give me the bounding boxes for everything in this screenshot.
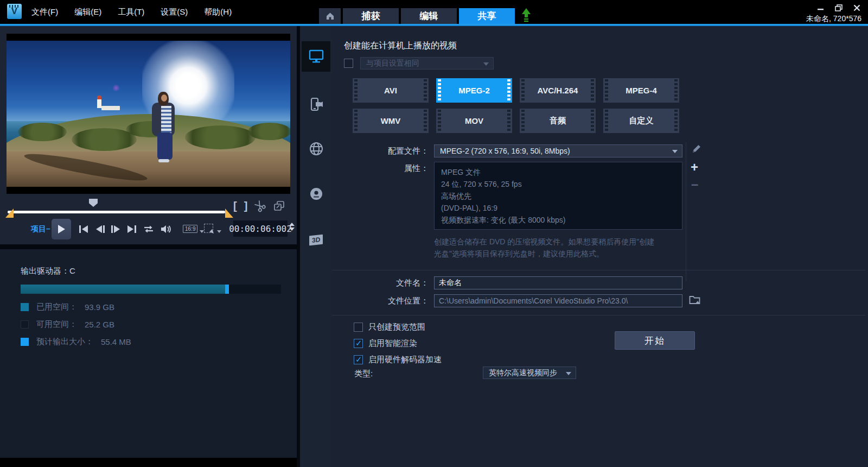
browse-folder-button[interactable] bbox=[689, 294, 701, 305]
playhead-marker[interactable] bbox=[89, 199, 98, 207]
play-icon bbox=[57, 224, 66, 234]
category-computer-button[interactable] bbox=[302, 41, 330, 72]
timecode-down-icon[interactable] bbox=[289, 228, 295, 231]
format-avi-button[interactable]: AVI bbox=[353, 78, 429, 103]
app-window: V 文件(F) 编辑(E) 工具(T) 设置(S) 帮助(H) 捕获 编辑 共享 bbox=[0, 0, 868, 467]
lighthouse-cap bbox=[97, 96, 101, 99]
globe-icon bbox=[309, 141, 324, 156]
menu-help[interactable]: 帮助(H) bbox=[204, 7, 232, 17]
menu-tools[interactable]: 工具(T) bbox=[118, 7, 144, 17]
category-web-button[interactable] bbox=[302, 134, 330, 164]
add-profile-button[interactable]: + bbox=[691, 162, 698, 173]
format-avc-h264-button[interactable]: AVC/H.264 bbox=[520, 78, 596, 103]
preview-range-checkbox[interactable] bbox=[354, 323, 363, 332]
tab-capture[interactable]: 捕获 bbox=[343, 8, 399, 24]
smart-render-label: 启用智能渲染 bbox=[368, 338, 417, 349]
category-device-button[interactable] bbox=[302, 89, 330, 119]
mark-in-button[interactable]: [ bbox=[233, 200, 237, 212]
folder-add-icon bbox=[689, 294, 701, 305]
filename-input[interactable] bbox=[434, 276, 682, 289]
drive-usage-bar bbox=[21, 285, 281, 294]
timecode-up-icon[interactable] bbox=[289, 223, 295, 226]
format-description: 创建适合储存在 DVD 的压缩视频文件。如果想要稍后再使用"创建 光盘"选项将项… bbox=[434, 236, 688, 260]
selection-tool-caret-icon[interactable] bbox=[217, 230, 221, 233]
tab-home[interactable] bbox=[319, 8, 341, 24]
go-end-button[interactable] bbox=[124, 222, 139, 237]
trim-handle-end[interactable] bbox=[225, 209, 233, 218]
menu-file[interactable]: 文件(F) bbox=[31, 7, 58, 17]
trim-track[interactable] bbox=[8, 211, 225, 213]
timecode-spinner[interactable] bbox=[289, 223, 295, 231]
tab-share[interactable]: 共享 bbox=[459, 8, 515, 24]
volume-button[interactable] bbox=[158, 222, 174, 237]
divider bbox=[332, 315, 865, 315]
menu-settings[interactable]: 设置(S) bbox=[161, 7, 188, 17]
previous-frame-button[interactable] bbox=[93, 222, 108, 237]
type-dropdown[interactable]: 英特尔高速视频同步 bbox=[483, 367, 576, 379]
chevron-down-icon bbox=[672, 150, 678, 153]
description-line: 创建适合储存在 DVD 的压缩视频文件。如果想要稍后再使用"创建 bbox=[434, 236, 688, 248]
properties-label: 属性： bbox=[332, 163, 429, 174]
same-as-project-checkbox[interactable] bbox=[344, 59, 353, 68]
format-grid: AVI MPEG-2 AVC/H.264 MPEG-4 WMV MOV 音频 自… bbox=[353, 78, 679, 133]
category-3d-button[interactable]: 3D bbox=[302, 225, 330, 255]
playback-mode-project[interactable]: 项目– bbox=[31, 224, 50, 234]
timecode-display[interactable]: 00:00:06:002 bbox=[233, 220, 288, 237]
chevron-down-icon bbox=[566, 372, 571, 375]
save-trimmed-video-icon[interactable] bbox=[273, 200, 285, 211]
video-preview bbox=[7, 34, 290, 194]
tab-edit[interactable]: 编辑 bbox=[401, 8, 457, 24]
video-bush bbox=[18, 123, 67, 141]
same-as-project-row: 与项目设置相同 bbox=[344, 57, 494, 70]
lighthouse-building bbox=[101, 106, 120, 110]
plus-icon: + bbox=[691, 162, 698, 173]
accent-line bbox=[0, 24, 868, 26]
menu-edit[interactable]: 编辑(E) bbox=[74, 7, 101, 17]
play-button[interactable] bbox=[52, 219, 71, 239]
close-icon[interactable] bbox=[853, 4, 860, 11]
aspect-caret-icon[interactable] bbox=[200, 230, 204, 233]
aspect-ratio-button[interactable]: 16:9 bbox=[183, 225, 197, 233]
filepath-input[interactable] bbox=[434, 294, 682, 307]
format-audio-button[interactable]: 音频 bbox=[520, 109, 596, 133]
format-mpeg2-button[interactable]: MPEG-2 bbox=[436, 78, 512, 103]
remove-profile-button[interactable]: – bbox=[691, 181, 698, 187]
minus-icon: – bbox=[691, 181, 698, 187]
free-space-value: 25.2 GB bbox=[85, 320, 114, 329]
format-wmv-button[interactable]: WMV bbox=[353, 109, 429, 133]
property-line: MPEG 文件 bbox=[441, 166, 675, 178]
mark-out-button[interactable]: ] bbox=[244, 200, 248, 212]
start-button[interactable]: 开始 bbox=[615, 331, 695, 350]
format-custom-button[interactable]: 自定义 bbox=[603, 109, 679, 133]
format-mov-button[interactable]: MOV bbox=[436, 109, 512, 133]
used-space-swatch bbox=[21, 303, 29, 311]
export-arrow-icon[interactable] bbox=[521, 8, 531, 24]
category-disc-button[interactable] bbox=[302, 179, 330, 209]
split-clip-icon[interactable] bbox=[252, 198, 269, 214]
loop-button[interactable] bbox=[141, 222, 156, 237]
same-as-project-dropdown[interactable]: 与项目设置相同 bbox=[360, 57, 494, 70]
minimize-icon[interactable] bbox=[817, 5, 824, 11]
preview-panel: [ ] 项目– bbox=[0, 26, 297, 467]
hw-decode-checkbox[interactable] bbox=[354, 355, 363, 364]
next-frame-button[interactable] bbox=[108, 222, 123, 237]
edit-profile-button[interactable] bbox=[691, 143, 702, 154]
share-category-sidebar: 3D bbox=[300, 26, 332, 467]
filename-label: 文件名： bbox=[332, 278, 429, 288]
trim-handle-start[interactable] bbox=[5, 209, 14, 218]
panel-bottom-edge bbox=[0, 458, 297, 467]
trim-tools: [ ] bbox=[233, 200, 285, 212]
person-pants bbox=[157, 132, 173, 160]
selection-tool-button[interactable] bbox=[204, 224, 213, 233]
go-start-button[interactable] bbox=[76, 222, 91, 237]
estimated-size-swatch bbox=[21, 338, 29, 346]
trim-bar[interactable] bbox=[5, 207, 233, 218]
smart-render-checkbox[interactable] bbox=[354, 339, 363, 348]
3d-icon: 3D bbox=[309, 235, 323, 246]
restore-icon[interactable] bbox=[835, 4, 843, 11]
hw-decode-label: 启用硬件解码器加速 bbox=[368, 355, 442, 365]
format-mpeg4-button[interactable]: MPEG-4 bbox=[603, 78, 679, 103]
drive-usage-bar-used bbox=[21, 285, 225, 294]
mobile-device-icon bbox=[308, 97, 324, 111]
profile-dropdown[interactable]: MPEG-2 (720 x 576, 16:9, 50i, 8Mbps) bbox=[434, 144, 682, 157]
